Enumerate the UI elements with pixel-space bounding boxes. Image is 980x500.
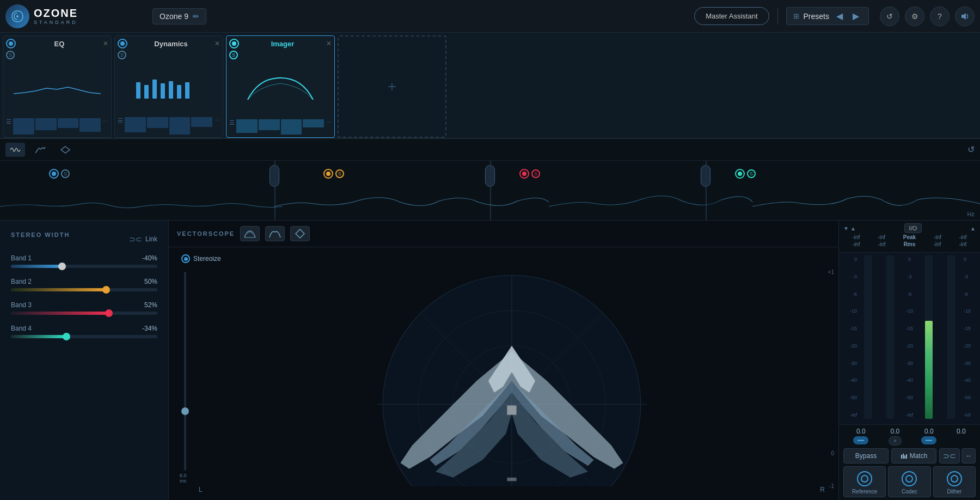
dither-button[interactable]: Dither	[933, 466, 976, 497]
band-2-value: 50%	[144, 278, 157, 285]
arrow-down-1[interactable]: ▼	[843, 225, 849, 231]
eq-waveform	[6, 59, 108, 117]
dynamics-s-icon[interactable]: S	[118, 51, 126, 59]
eq-power-btn[interactable]	[6, 39, 16, 48]
band-4-value: -34%	[142, 325, 157, 332]
band-1-row: Band 1 -40%	[11, 254, 157, 268]
audio-button[interactable]	[955, 7, 975, 26]
vectorscope-btn-1[interactable]	[240, 226, 260, 241]
module-eq[interactable]: EQ ✕ S ☰ ⋯	[3, 35, 112, 138]
module-bar: EQ ✕ S ☰ ⋯ Dynamics	[0, 33, 980, 139]
settings-button[interactable]: ⚙	[905, 7, 924, 26]
gain-link-2[interactable]: +	[889, 436, 902, 446]
presets-area[interactable]: ⊞ Presets ◀ ▶	[786, 7, 869, 25]
analyzer-tab-waveform[interactable]	[5, 143, 25, 157]
bypass-button[interactable]: Bypass	[843, 448, 889, 464]
gain-link-3[interactable]: ━━	[921, 436, 936, 444]
module-imager[interactable]: Imager ✕ S ☰ ⋯	[226, 35, 335, 138]
meter-bars-area: 0 -3 -6 -10 -15 -20 -30 -40 -50 -inf	[839, 253, 980, 424]
edit-icon[interactable]: ✏	[193, 12, 199, 21]
history-button[interactable]: ↺	[880, 7, 899, 26]
reference-icon	[857, 471, 872, 486]
vectorscope-btn-3[interactable]	[290, 226, 310, 241]
codec-icon	[902, 471, 917, 486]
link-btn[interactable]: ⊃⊂	[939, 448, 960, 464]
svg-rect-15	[507, 405, 516, 414]
svg-rect-16	[507, 478, 516, 481]
stereo-width-header: STEREO WIDTH ⊃⊂ Link	[11, 231, 157, 246]
gain-val-2: 0.0	[890, 428, 899, 435]
band-1-value: -40%	[142, 254, 157, 262]
stereoize-thumb[interactable]	[181, 407, 189, 415]
analyzer-reset-button[interactable]: ↺	[967, 144, 975, 155]
stereoize-power[interactable]	[181, 254, 190, 263]
svg-rect-19	[904, 455, 905, 459]
band-4-label: Band 4	[11, 325, 32, 332]
band-1-s[interactable]: S	[61, 169, 70, 178]
band-4-slider[interactable]	[11, 335, 157, 338]
dynamics-title: Dynamics	[154, 40, 187, 48]
analyzer-tab-lissajous[interactable]	[56, 143, 75, 157]
dynamics-close-btn[interactable]: ✕	[215, 40, 220, 47]
arrow-up-1[interactable]: ▲	[850, 225, 856, 231]
stereoize-label: Stereoize	[193, 255, 221, 263]
meter-col-3	[918, 255, 940, 422]
svg-rect-1	[136, 82, 140, 99]
module-dynamics-header: Dynamics ✕	[118, 39, 220, 48]
gain-link-1[interactable]: ━━	[853, 436, 868, 444]
scale-plus: +1	[828, 269, 834, 275]
meter-col-4	[940, 255, 962, 422]
match-button[interactable]: Match	[891, 448, 936, 464]
eq-controls: S	[6, 51, 108, 59]
app-subtitle: STANDARD	[34, 20, 78, 25]
preset-next-button[interactable]: ▶	[850, 11, 862, 21]
analyzer-tab-spectrum[interactable]	[30, 143, 50, 157]
module-dynamics[interactable]: Dynamics ✕ S ☰ ⋯	[114, 35, 223, 138]
band-1-controls: S	[49, 169, 70, 179]
svg-rect-6	[177, 85, 181, 99]
arrow-up-2[interactable]: ▲	[970, 225, 976, 231]
band-2-controls: S	[323, 169, 344, 179]
dynamics-power-btn[interactable]	[118, 39, 127, 48]
svg-rect-2	[144, 85, 149, 99]
band-3-s[interactable]: S	[531, 169, 540, 178]
svg-rect-18	[903, 454, 904, 459]
bottom-module-buttons: Reference Codec Dither	[843, 466, 976, 497]
band-4-row: Band 4 -34%	[11, 325, 157, 338]
eq-close-btn[interactable]: ✕	[103, 40, 108, 47]
band-2-s[interactable]: S	[335, 169, 344, 178]
preset-selector[interactable]: Ozone 9 ✏	[152, 8, 206, 25]
help-button[interactable]: ?	[930, 7, 950, 26]
flip-btn[interactable]: ↔	[961, 448, 976, 464]
imager-row-controls: ☰ ⋯	[229, 119, 332, 135]
reference-button[interactable]: Reference	[843, 466, 886, 497]
svg-rect-3	[152, 80, 157, 99]
band-4-s[interactable]: S	[747, 169, 756, 178]
preset-prev-button[interactable]: ◀	[834, 11, 846, 21]
meter-bar-3	[925, 255, 933, 419]
dynamics-row-controls: ☰ ⋯	[118, 117, 220, 135]
band-3-power[interactable]	[519, 169, 529, 179]
meter-bar-2	[886, 255, 894, 419]
vectorscope-btn-2[interactable]	[265, 226, 285, 241]
eq-s-icon[interactable]: S	[6, 51, 15, 59]
band-3-slider[interactable]	[11, 312, 157, 315]
rms-val-2: -inf	[878, 241, 886, 247]
io-button[interactable]: I/O	[904, 223, 922, 233]
band-3-row: Band 3 52%	[11, 301, 157, 315]
band-1-slider[interactable]	[11, 265, 157, 268]
band-4-power[interactable]	[735, 169, 745, 179]
stereoize-track[interactable]	[184, 272, 186, 471]
link-control[interactable]: ⊃⊂ Link	[129, 235, 157, 243]
imager-s-icon[interactable]: S	[229, 51, 238, 59]
band-1-power[interactable]	[49, 169, 59, 179]
band-2-slider[interactable]	[11, 288, 157, 291]
dither-label: Dither	[947, 489, 961, 495]
codec-button[interactable]: Codec	[888, 466, 930, 497]
imager-close-btn[interactable]: ✕	[326, 40, 332, 47]
band-2-power[interactable]	[323, 169, 333, 179]
master-assistant-button[interactable]: Master Assistant	[694, 7, 769, 25]
add-module-button[interactable]: +	[338, 35, 446, 138]
rms-val-4: -inf	[959, 241, 966, 247]
imager-power-btn[interactable]	[229, 39, 239, 48]
